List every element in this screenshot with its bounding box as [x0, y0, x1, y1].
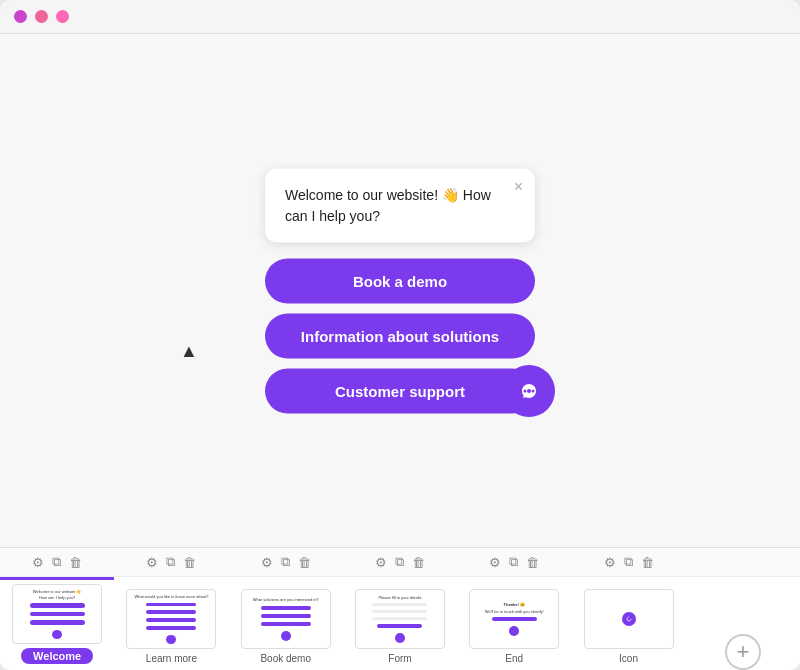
slide-label-icon: Icon: [619, 653, 638, 664]
close-button[interactable]: [14, 10, 27, 23]
slide-label-book-demo: Book demo: [260, 653, 311, 664]
copy-icon-1[interactable]: ⧉: [52, 554, 61, 570]
slides-row: Welcome to our website 👋How can I help y…: [0, 577, 800, 670]
settings-icon-1[interactable]: ⚙: [32, 555, 44, 570]
settings-icon-5[interactable]: ⚙: [489, 555, 501, 570]
slide-tools-7: [686, 554, 800, 570]
slide-tools-3: ⚙ ⧉ 🗑: [229, 554, 343, 570]
slide-label-form: Form: [388, 653, 411, 664]
slides-toolbar: ⚙ ⧉ 🗑 ⚙ ⧉ 🗑 ⚙ ⧉ 🗑 ⚙ ⧉ 🗑 ⚙ ⧉: [0, 548, 800, 577]
slide-thumb-book-demo: What solutions are you interested in?: [241, 589, 331, 649]
chat-widget: × Welcome to our website! 👋 How can I he…: [265, 168, 535, 413]
slide-item-form[interactable]: Please fill in your details Form: [343, 582, 457, 670]
settings-icon-6[interactable]: ⚙: [604, 555, 616, 570]
slide-item-learn-more[interactable]: What would you like to know more about? …: [114, 582, 228, 670]
settings-icon-4[interactable]: ⚙: [375, 555, 387, 570]
chat-bubble: × Welcome to our website! 👋 How can I he…: [265, 168, 535, 242]
copy-icon-4[interactable]: ⧉: [395, 554, 404, 570]
slide-item-book-demo[interactable]: What solutions are you interested in? Bo…: [229, 582, 343, 670]
delete-icon-6[interactable]: 🗑: [641, 555, 654, 570]
app-window: × Welcome to our website! 👋 How can I he…: [0, 0, 800, 670]
slide-label-learn-more: Learn more: [146, 653, 197, 664]
delete-icon-5[interactable]: 🗑: [526, 555, 539, 570]
cursor: ▲: [180, 341, 198, 362]
copy-icon-3[interactable]: ⧉: [281, 554, 290, 570]
copy-icon-5[interactable]: ⧉: [509, 554, 518, 570]
chat-buttons: Book a demo Information about solutions …: [265, 258, 535, 413]
slide-thumb-icon: [584, 589, 674, 649]
settings-icon-3[interactable]: ⚙: [261, 555, 273, 570]
copy-icon-2[interactable]: ⧉: [166, 554, 175, 570]
delete-icon-1[interactable]: 🗑: [69, 555, 82, 570]
svg-point-3: [532, 390, 535, 393]
bottom-panel: ⚙ ⧉ 🗑 ⚙ ⧉ 🗑 ⚙ ⧉ 🗑 ⚙ ⧉ 🗑 ⚙ ⧉: [0, 547, 800, 670]
copy-icon-6[interactable]: ⧉: [624, 554, 633, 570]
add-icon: +: [725, 634, 761, 670]
slide-tools-4: ⚙ ⧉ 🗑: [343, 554, 457, 570]
customer-support-button[interactable]: Customer support: [265, 368, 535, 413]
slide-thumb-end: Thanks! 😊 We'll be in touch with you sho…: [469, 589, 559, 649]
slide-item-icon[interactable]: Icon: [571, 582, 685, 670]
slide-thumb-form: Please fill in your details: [355, 589, 445, 649]
slide-tools-5: ⚙ ⧉ 🗑: [457, 554, 571, 570]
title-bar: [0, 0, 800, 34]
minimize-button[interactable]: [35, 10, 48, 23]
info-solutions-button[interactable]: Information about solutions: [265, 313, 535, 358]
settings-icon-2[interactable]: ⚙: [146, 555, 158, 570]
slide-item-welcome[interactable]: Welcome to our website 👋How can I help y…: [0, 577, 114, 670]
slide-tools-2: ⚙ ⧉ 🗑: [114, 554, 228, 570]
slide-tools-6: ⚙ ⧉ 🗑: [571, 554, 685, 570]
main-content: × Welcome to our website! 👋 How can I he…: [0, 34, 800, 547]
chat-avatar-icon: [514, 376, 544, 406]
slide-tools-1: ⚙ ⧉ 🗑: [0, 554, 114, 570]
slide-thumb-welcome: Welcome to our website 👋How can I help y…: [12, 584, 102, 644]
delete-icon-2[interactable]: 🗑: [183, 555, 196, 570]
chat-close-button[interactable]: ×: [514, 178, 523, 194]
delete-icon-4[interactable]: 🗑: [412, 555, 425, 570]
svg-point-2: [524, 390, 527, 393]
delete-icon-3[interactable]: 🗑: [298, 555, 311, 570]
add-slide-button[interactable]: +: [686, 634, 800, 670]
slide-thumb-learn-more: What would you like to know more about?: [126, 589, 216, 649]
slide-label-end: End: [505, 653, 523, 664]
svg-point-4: [625, 615, 633, 623]
svg-point-1: [527, 389, 531, 393]
slide-item-end[interactable]: Thanks! 😊 We'll be in touch with you sho…: [457, 582, 571, 670]
book-demo-button[interactable]: Book a demo: [265, 258, 535, 303]
chat-avatar[interactable]: [503, 365, 555, 417]
chat-welcome-text: Welcome to our website! 👋 How can I help…: [285, 186, 491, 223]
slide-label-welcome: Welcome: [21, 648, 93, 664]
maximize-button[interactable]: [56, 10, 69, 23]
